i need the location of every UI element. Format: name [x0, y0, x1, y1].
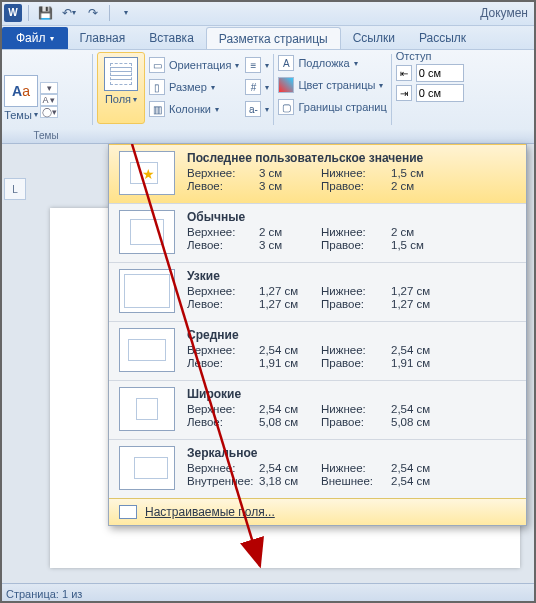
margins-preset-text: Узкие Верхнее:1,27 смНижнее:1,27 см Лево…: [187, 269, 516, 313]
margins-preset-text: Средние Верхнее:2,54 смНижнее:2,54 см Ле…: [187, 328, 516, 372]
custom-margins-button[interactable]: Настраиваемые поля...: [109, 498, 526, 525]
window-title: Докумен: [480, 6, 528, 20]
status-bar: Страница: 1 из: [0, 583, 536, 603]
themes-label: Темы: [4, 109, 32, 121]
margins-thumb-icon: [119, 446, 175, 490]
custom-margins-label: Настраиваемые поля...: [145, 505, 275, 519]
line-numbers-icon: #: [245, 79, 261, 95]
theme-effects-button[interactable]: ◯▾: [40, 106, 58, 118]
margins-label: Поля: [105, 93, 131, 105]
group-page-background: AПодложка▾ Цвет страницы▾ ▢Границы стран…: [274, 50, 390, 143]
cmd-label: Размер: [169, 81, 207, 93]
indent-left-spinner[interactable]: ⇤: [396, 64, 464, 82]
chevron-down-icon: ▾: [265, 83, 269, 92]
chevron-down-icon: ▾: [133, 95, 137, 104]
cmd-label: Колонки: [169, 103, 211, 115]
qat-customize-button[interactable]: ▾: [116, 3, 136, 23]
tab-home[interactable]: Главная: [68, 27, 138, 49]
tab-file[interactable]: Файл▾: [2, 27, 68, 49]
preset-title: Средние: [187, 328, 516, 342]
chevron-down-icon: ▾: [379, 81, 383, 90]
tab-label: Файл: [16, 31, 46, 45]
status-page: Страница: 1 из: [6, 588, 82, 600]
margins-thumb-icon: [119, 328, 175, 372]
preset-title: Узкие: [187, 269, 516, 283]
cmd-label: Ориентация: [169, 59, 231, 71]
margins-preset-item[interactable]: Обычные Верхнее:2 смНижнее:2 см Левое:3 …: [109, 203, 526, 262]
margins-preset-text: Последнее пользовательское значение Верх…: [187, 151, 516, 195]
page-borders-icon: ▢: [278, 99, 294, 115]
ruler-corner[interactable]: L: [4, 178, 26, 200]
watermark-icon: A: [278, 55, 294, 71]
chevron-down-icon: ▾: [265, 61, 269, 70]
margins-preset-item[interactable]: Средние Верхнее:2,54 смНижнее:2,54 см Ле…: [109, 321, 526, 380]
redo-button[interactable]: ↷: [83, 3, 103, 23]
margins-preset-text: Зеркальное Верхнее:2,54 смНижнее:2,54 см…: [187, 446, 516, 490]
ribbon: Aa Темы▾ ▾ A ▾ ◯▾ Темы Поля▾ ▭Ориентация…: [0, 50, 536, 144]
chevron-down-icon: ▾: [235, 61, 239, 70]
margins-preset-item[interactable]: Широкие Верхнее:2,54 смНижнее:2,54 см Ле…: [109, 380, 526, 439]
indent-left-input[interactable]: [416, 64, 464, 82]
undo-button[interactable]: ↶▾: [59, 3, 79, 23]
indent-header: Отступ: [396, 50, 464, 62]
chevron-down-icon: ▾: [34, 110, 38, 119]
indent-left-icon: ⇤: [396, 65, 412, 81]
preset-title: Широкие: [187, 387, 516, 401]
hyphenation-button[interactable]: a-▾: [245, 98, 269, 120]
undo-icon: ↶: [62, 6, 72, 20]
columns-button[interactable]: ▥Колонки▾: [149, 98, 239, 120]
title-bar: W 💾 ↶▾ ↷ ▾ Докумен: [0, 0, 536, 26]
chevron-down-icon: ▾: [50, 34, 54, 43]
size-icon: ▯: [149, 79, 165, 95]
line-numbers-button[interactable]: #▾: [245, 76, 269, 98]
group-themes: Aa Темы▾ ▾ A ▾ ◯▾ Темы: [0, 50, 92, 143]
preset-title: Зеркальное: [187, 446, 516, 460]
tab-page-layout[interactable]: Разметка страницы: [206, 27, 341, 49]
columns-icon: ▥: [149, 101, 165, 117]
quick-access-toolbar: W 💾 ↶▾ ↷ ▾: [4, 3, 136, 23]
page-color-icon: [278, 77, 294, 93]
group-label: Темы: [0, 130, 92, 141]
margins-preset-item[interactable]: Последнее пользовательское значение Верх…: [109, 144, 526, 204]
chevron-down-icon: ▾: [265, 105, 269, 114]
custom-margins-icon: [119, 505, 137, 519]
watermark-button[interactable]: AПодложка▾: [278, 52, 386, 74]
tab-references[interactable]: Ссылки: [341, 27, 407, 49]
margins-thumb-icon: [119, 151, 175, 195]
theme-colors-button[interactable]: ▾: [40, 82, 58, 94]
margins-thumb-icon: [119, 387, 175, 431]
tab-insert[interactable]: Вставка: [137, 27, 206, 49]
themes-gallery-icon: Aa: [4, 75, 38, 107]
orientation-icon: ▭: [149, 57, 165, 73]
chevron-down-icon: ▾: [354, 59, 358, 68]
cmd-label: Границы страниц: [298, 101, 386, 113]
page-borders-button[interactable]: ▢Границы страниц: [278, 96, 386, 118]
size-button[interactable]: ▯Размер▾: [149, 76, 239, 98]
save-button[interactable]: 💾: [35, 3, 55, 23]
ribbon-tabs: Файл▾ Главная Вставка Разметка страницы …: [0, 26, 536, 50]
theme-fonts-button[interactable]: A ▾: [40, 94, 58, 106]
breaks-icon: ≡: [245, 57, 261, 73]
group-page-setup: Поля▾ ▭Ориентация▾ ▯Размер▾ ▥Колонки▾ ≡▾…: [93, 50, 273, 143]
theme-parts: ▾ A ▾ ◯▾: [40, 82, 58, 114]
indent-right-spinner[interactable]: ⇥: [396, 84, 464, 102]
word-icon: W: [4, 4, 22, 22]
hyphenation-icon: a-: [245, 101, 261, 117]
margins-preset-item[interactable]: Зеркальное Верхнее:2,54 смНижнее:2,54 см…: [109, 439, 526, 498]
cmd-label: Подложка: [298, 57, 349, 69]
margins-preset-text: Обычные Верхнее:2 смНижнее:2 см Левое:3 …: [187, 210, 516, 254]
margins-preset-text: Широкие Верхнее:2,54 смНижнее:2,54 см Ле…: [187, 387, 516, 431]
margins-thumb-icon: [119, 210, 175, 254]
orientation-button[interactable]: ▭Ориентация▾: [149, 54, 239, 76]
margins-button[interactable]: Поля▾: [97, 52, 145, 124]
margins-preset-item[interactable]: Узкие Верхнее:1,27 смНижнее:1,27 см Лево…: [109, 262, 526, 321]
breaks-button[interactable]: ≡▾: [245, 54, 269, 76]
chevron-down-icon: ▾: [211, 83, 215, 92]
themes-button[interactable]: Темы▾: [4, 109, 38, 121]
margins-dropdown: Последнее пользовательское значение Верх…: [108, 144, 527, 526]
tab-mailings[interactable]: Рассылк: [407, 27, 478, 49]
page-color-button[interactable]: Цвет страницы▾: [278, 74, 386, 96]
indent-right-icon: ⇥: [396, 85, 412, 101]
indent-right-input[interactable]: [416, 84, 464, 102]
chevron-down-icon: ▾: [72, 8, 76, 17]
